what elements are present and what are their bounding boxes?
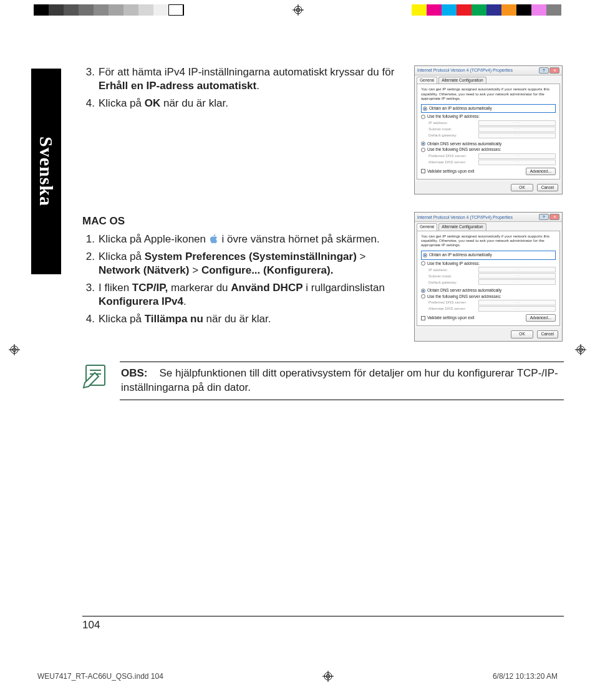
list-item: 4.Klicka på Tillämpa nu när du är klar. <box>82 312 403 326</box>
list-item: 4.Klicka på OK när du är klar. <box>82 97 403 110</box>
subnet-mask-field[interactable]: · · · <box>478 273 556 279</box>
tab-alternate[interactable]: Alternate Configuration <box>438 223 486 230</box>
list-item: 1.Klicka på Apple-ikonen i övre vänstra … <box>82 233 403 246</box>
tab-general[interactable]: General <box>417 77 437 84</box>
advanced-button[interactable]: Advanced... <box>526 314 556 322</box>
indesign-slug: WEU7417_RT-AC66U_QSG.indd 104 6/8/12 10:… <box>0 671 595 682</box>
radio-ip-auto[interactable] <box>423 253 427 257</box>
advanced-button[interactable]: Advanced... <box>526 168 556 175</box>
close-button[interactable]: ✕ <box>549 67 559 74</box>
ip-address-field[interactable]: · · · <box>478 120 556 126</box>
page-number-rule <box>82 616 564 616</box>
gateway-field[interactable]: · · · <box>478 133 556 138</box>
language-tab-label: Svenska <box>36 137 57 206</box>
indd-file: WEU7417_RT-AC66U_QSG.indd 104 <box>37 672 163 681</box>
help-button[interactable]: ? <box>539 214 549 220</box>
printer-color-bar <box>0 3 595 17</box>
note-box: OBS: Se hjälpfunktionen till ditt operat… <box>82 362 564 400</box>
dialog-title: Internet Protocol Version 4 (TCP/IPv4) P… <box>417 67 513 73</box>
instruction-list-mac: 1.Klicka på Apple-ikonen i övre vänstra … <box>82 233 403 327</box>
ip-address-field[interactable]: · · · <box>478 267 556 272</box>
gateway-field[interactable]: · · · <box>478 279 556 285</box>
language-tab: Svenska <box>31 69 61 274</box>
subnet-mask-field[interactable]: · · · <box>478 127 556 132</box>
registration-mark-icon <box>575 344 586 355</box>
dialog-hint: You can get IP settings assigned automat… <box>421 234 556 247</box>
radio-ip-manual[interactable] <box>421 261 425 266</box>
dns2-field[interactable]: · · · <box>478 160 556 165</box>
grayscale-swatches <box>34 4 183 16</box>
apple-logo-icon <box>209 234 219 244</box>
tab-alternate[interactable]: Alternate Configuration <box>438 77 486 84</box>
validate-checkbox[interactable] <box>421 316 425 320</box>
note-text: Se hjälpfunktionen till ditt operativsys… <box>121 367 558 393</box>
color-swatches <box>412 4 561 16</box>
radio-ip-auto[interactable] <box>423 107 427 111</box>
indd-date: 6/8/12 10:13:20 AM <box>493 672 558 681</box>
registration-mark-icon <box>293 4 304 16</box>
registration-mark-icon <box>9 344 20 355</box>
tcpip-properties-dialog: Internet Protocol Version 4 (TCP/IPv4) P… <box>414 65 563 194</box>
dialog-hint: You can get IP settings assigned automat… <box>421 87 556 100</box>
cancel-button[interactable]: Cancel <box>537 330 558 338</box>
ok-button[interactable]: OK <box>511 184 533 191</box>
radio-ip-manual[interactable] <box>421 115 425 119</box>
note-label: OBS: <box>121 367 148 379</box>
radio-dns-manual[interactable] <box>421 294 425 299</box>
registration-mark-icon <box>322 671 334 682</box>
page-content: Svenska 3.För att hämta iPv4 IP-inställn… <box>31 37 564 663</box>
note-icon <box>82 362 110 389</box>
dns1-field[interactable]: · · · <box>478 300 556 305</box>
list-item: 3.I fliken TCP/IP, markerar du Använd DH… <box>82 281 403 309</box>
close-button[interactable]: ✕ <box>549 214 559 220</box>
help-button[interactable]: ? <box>539 67 549 74</box>
dialog-title: Internet Protocol Version 4 (TCP/IPv4) P… <box>417 214 513 220</box>
radio-dns-manual[interactable] <box>421 148 425 152</box>
dns1-field[interactable]: · · · <box>478 153 556 159</box>
instruction-list-windows: 3.För att hämta iPv4 IP-inställningarna … <box>82 65 403 110</box>
tab-general[interactable]: General <box>417 223 437 230</box>
dns2-field[interactable]: · · · <box>478 306 556 312</box>
ok-button[interactable]: OK <box>511 330 533 338</box>
radio-dns-auto[interactable] <box>421 141 425 146</box>
validate-checkbox[interactable] <box>421 169 425 173</box>
radio-dns-auto[interactable] <box>421 289 425 293</box>
page-number: 104 <box>82 619 100 631</box>
list-item: 2.Klicka på System Preferences (Systemin… <box>82 250 403 277</box>
tcpip-properties-dialog: Internet Protocol Version 4 (TCP/IPv4) P… <box>414 212 563 341</box>
cancel-button[interactable]: Cancel <box>537 184 558 191</box>
mac-os-heading: MAC OS <box>82 214 403 228</box>
list-item: 3.För att hämta iPv4 IP-inställningarna … <box>82 65 403 93</box>
